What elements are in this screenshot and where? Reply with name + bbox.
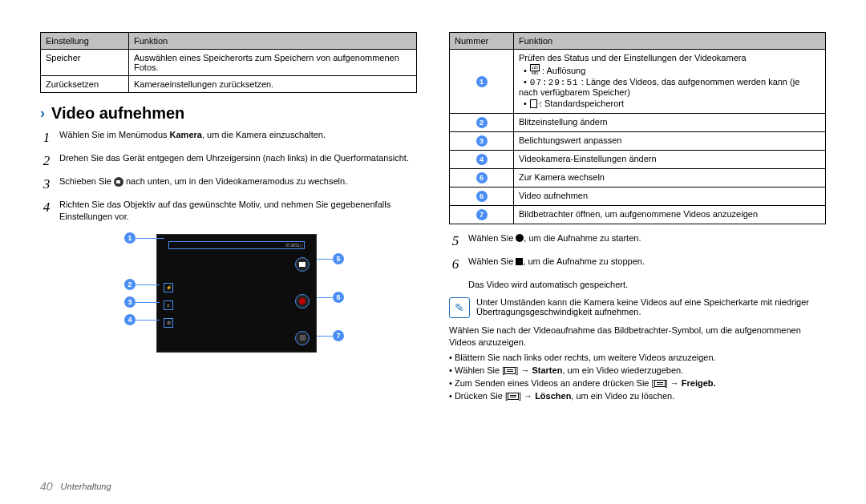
menu-icon <box>508 393 519 400</box>
section-title: Video aufnehmen <box>51 104 184 123</box>
th-number: Nummer <box>450 33 514 50</box>
step-text: Wählen Sie , um die Aufnahme zu stoppen. <box>468 256 645 274</box>
table-row: 3Belichtungswert anpassen <box>450 132 826 151</box>
record-dot-icon <box>516 234 524 242</box>
viewer-icon <box>295 331 310 345</box>
table-row: Zurücksetzen Kameraeinstellungen zurücks… <box>41 76 417 93</box>
bullet-item: Wählen Sie [] → Starten, um ein Video wi… <box>455 365 826 375</box>
table-row: 4Videokamera-Einstellungen ändern <box>450 151 826 169</box>
device-screenshot: 07:29:51 ▯ ⚡ ± ⚙ 1 2 3 4 <box>76 229 381 357</box>
step-text: Wählen Sie im Menümodus Kamera, um die K… <box>59 129 326 147</box>
status-bar: 07:29:51 ▯ <box>168 241 305 249</box>
th-setting: Einstellung <box>41 33 129 50</box>
flash-icon: ⚡ <box>164 283 173 292</box>
camera-icon <box>114 177 123 187</box>
bullet-item: Drücken Sie [] → Löschen, um ein Video z… <box>455 391 826 401</box>
settings-table: Einstellung Funktion Speicher Auswählen … <box>40 32 417 93</box>
footer-section: Unterhaltung <box>61 482 111 491</box>
record-icon <box>295 294 310 308</box>
th-function: Funktion <box>514 33 826 50</box>
step-text: Drehen Sie das Gerät entgegen dem Uhrzei… <box>59 152 409 171</box>
num-1: 1 <box>476 76 488 87</box>
step-number: 1 <box>40 129 53 147</box>
note-text: Unter Umständen kann die Kamera keine Vi… <box>476 297 826 318</box>
bullet-item: Blättern Sie nach links oder rechts, um … <box>455 353 826 362</box>
callout-1: 1 <box>124 232 136 244</box>
chevron-icon: › <box>40 105 45 122</box>
note-box: ✎ Unter Umständen kann die Kamera keine … <box>449 297 826 318</box>
table-row: 1 Prüfen des Status und der Einstellunge… <box>450 50 826 114</box>
callout-3: 3 <box>124 296 136 308</box>
callout-5: 5 <box>333 253 344 264</box>
page-number: 40 <box>40 480 53 493</box>
page-footer: 40 Unterhaltung <box>40 480 111 493</box>
table-row: 2Blitzeinstellung ändern <box>450 114 826 132</box>
bullet-item: Zum Senden eines Videos an andere drücke… <box>455 378 826 388</box>
section-heading: › Video aufnehmen <box>40 104 417 123</box>
note-icon: ✎ <box>449 297 470 318</box>
table-row: 7Bildbetrachter öffnen, um aufgenommene … <box>450 206 826 224</box>
step-number: 5 <box>449 232 462 251</box>
table-row: 6Video aufnehmen <box>450 187 826 206</box>
callout-4: 4 <box>124 314 136 325</box>
menu-icon <box>654 380 666 387</box>
th-function: Funktion <box>129 33 417 50</box>
step-number: 2 <box>40 152 53 171</box>
stop-icon <box>516 258 523 265</box>
callout-6: 6 <box>333 292 344 303</box>
storage-icon <box>530 99 537 108</box>
save-info: Das Video wird automatisch gespeichert. <box>468 279 826 291</box>
step-number: 3 <box>40 175 53 194</box>
gear-icon: ⚙ <box>164 318 173 328</box>
step-text: Richten Sie das Objektiv auf das gewünsc… <box>59 199 417 223</box>
callout-table: Nummer Funktion 1 Prüfen des Status und … <box>449 32 826 224</box>
exposure-icon: ± <box>164 300 173 310</box>
step-number: 4 <box>40 199 53 223</box>
table-row: Speicher Auswählen eines Speicherorts zu… <box>41 50 417 76</box>
step-text: Schieben Sie nach unten, um in den Video… <box>59 175 347 194</box>
mode-switch-icon <box>295 257 310 272</box>
step-text: Wählen Sie , um die Aufnahme zu starten. <box>468 232 641 251</box>
callout-7: 7 <box>333 330 344 341</box>
step-number: 6 <box>449 256 462 274</box>
table-row: 5Zur Kamera wechseln <box>450 169 826 187</box>
callout-2: 2 <box>124 279 136 290</box>
viewer-info: Wählen Sie nach der Videoaufnahme das Bi… <box>449 325 826 349</box>
resolution-icon: 120480 <box>530 64 540 71</box>
menu-icon <box>504 367 516 374</box>
